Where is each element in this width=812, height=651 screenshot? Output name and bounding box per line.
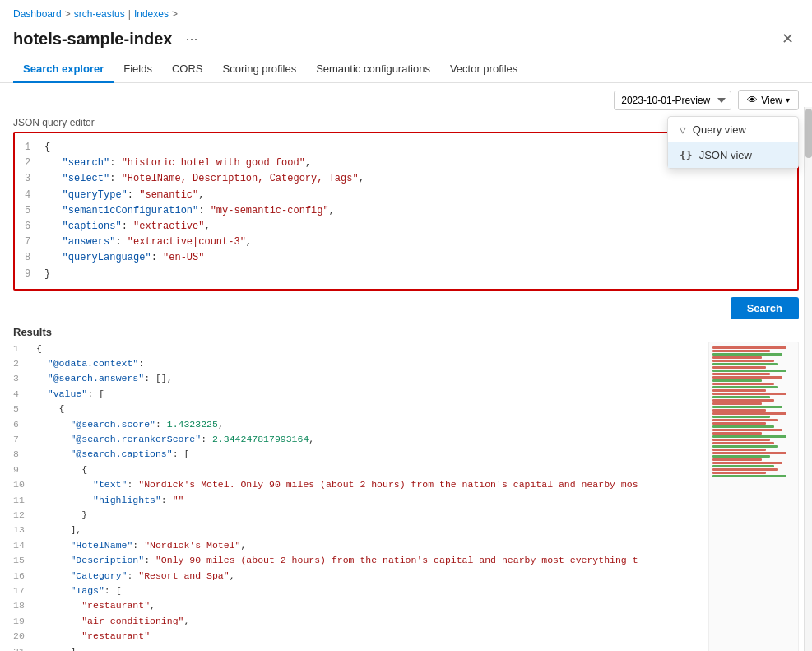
minimap-line: [712, 346, 786, 349]
minimap-line: [712, 393, 786, 395]
breadcrumb-sep2: |: [128, 8, 131, 20]
version-select[interactable]: 2023-10-01-Preview: [614, 91, 731, 110]
minimap-line: [712, 452, 786, 454]
scrollbar[interactable]: [804, 107, 812, 651]
result-line-15: 15 "Description": "Only 90 miles (about …: [13, 553, 702, 568]
result-line-7: 7 "@search.rerankerScore": 2.34424781799…: [13, 432, 702, 447]
editor-line-8: 8 "queryLanguage": "en-US": [25, 250, 787, 266]
close-button[interactable]: ✕: [777, 28, 799, 49]
search-btn-row: Search: [0, 297, 812, 326]
scrollbar-thumb[interactable]: [805, 109, 812, 158]
minimap-line: [712, 445, 778, 448]
dropdown-item-query-view[interactable]: ▽ Query view: [668, 117, 798, 142]
minimap-line: [712, 409, 766, 412]
minimap-line: [712, 389, 766, 392]
breadcrumb-indexes[interactable]: Indexes: [134, 8, 169, 20]
minimap-line: [712, 439, 770, 441]
tab-bar: Search explorer Fields CORS Scoring prof…: [0, 56, 812, 83]
minimap-line: [712, 416, 770, 418]
minimap-line: [712, 356, 762, 359]
tab-search-explorer[interactable]: Search explorer: [13, 56, 114, 83]
editor-line-5: 5 "semanticConfiguration": "my-semantic-…: [25, 203, 787, 219]
minimap-line: [712, 429, 782, 431]
result-line-10: 10 "text": "Nordick's Motel. Only 90 mil…: [13, 477, 702, 492]
breadcrumb-dashboard[interactable]: Dashboard: [13, 8, 62, 20]
minimap-line: [712, 353, 782, 356]
eye-icon: 👁: [747, 94, 758, 106]
results-pane: 1 { 2 "@odata.context": 3 "@search.answe…: [13, 342, 799, 651]
minimap-line: [712, 402, 762, 405]
result-line-11: 11 "highlights": "": [13, 493, 702, 508]
more-options-button[interactable]: ···: [180, 29, 202, 49]
result-line-21: 21 ]: [13, 644, 702, 652]
toolbar: 2023-10-01-Preview 👁 View ▾ ▽ Query view…: [0, 83, 812, 117]
editor-line-3: 3 "select": "HotelName, Description, Cat…: [25, 171, 787, 187]
breadcrumb-sep1: >: [65, 8, 71, 20]
minimap-line: [712, 379, 762, 382]
minimap-line: [712, 465, 774, 467]
result-line-14: 14 "HotelName": "Nordick's Motel",: [13, 538, 702, 553]
result-line-8: 8 "@search.captions": [: [13, 447, 702, 462]
result-line-5: 5 {: [13, 402, 702, 416]
minimap-line: [712, 425, 774, 428]
result-line-17: 17 "Tags": [: [13, 584, 702, 598]
minimap-line: [712, 468, 778, 471]
minimap-line: [712, 383, 774, 385]
minimap-line: [712, 366, 766, 369]
minimap-line: [712, 373, 770, 375]
minimap-line: [712, 396, 770, 398]
minimap-line: [712, 399, 774, 402]
result-line-20: 20 "restaurant": [13, 629, 702, 644]
minimap-line: [712, 376, 782, 379]
minimap-line: [712, 363, 778, 365]
minimap-line: [712, 419, 778, 421]
chevron-down-icon: ▾: [786, 95, 790, 105]
result-line-9: 9 {: [13, 463, 702, 477]
view-dropdown: ▽ Query view {} JSON view: [667, 116, 799, 169]
dropdown-item-json-view[interactable]: {} JSON view: [668, 142, 798, 168]
result-line-4: 4 "value": [: [13, 387, 702, 402]
minimap-line: [712, 350, 770, 352]
breadcrumb: Dashboard > srch-eastus | Indexes >: [0, 0, 812, 23]
result-line-1: 1 {: [13, 342, 702, 356]
tab-scoring-profiles[interactable]: Scoring profiles: [213, 56, 307, 83]
minimap-line: [712, 422, 766, 425]
minimap-line: [712, 458, 762, 461]
result-line-6: 6 "@search.score": 1.4323225,: [13, 417, 702, 432]
minimap-line: [712, 412, 786, 415]
minimap-line: [712, 386, 778, 388]
results-label: Results: [13, 326, 799, 338]
minimap-line: [712, 462, 782, 464]
page-header: hotels-sample-index ··· ✕: [0, 23, 812, 49]
tab-fields[interactable]: Fields: [114, 56, 162, 83]
search-button[interactable]: Search: [731, 297, 799, 319]
page-title: hotels-sample-index: [13, 30, 172, 49]
breadcrumb-resource[interactable]: srch-eastus: [74, 8, 125, 20]
result-line-2: 2 "@odata.context":: [13, 356, 702, 371]
minimap-line: [712, 406, 782, 408]
tab-cors[interactable]: CORS: [162, 56, 213, 83]
json-view-label: JSON view: [699, 149, 752, 161]
editor-line-9: 9 }: [25, 267, 787, 282]
minimap-content: [709, 342, 798, 481]
results-section: Results 1 { 2 "@odata.context": 3 "@sear…: [0, 326, 812, 651]
minimap-line: [712, 455, 770, 458]
result-line-18: 18 "restaurant",: [13, 598, 702, 613]
minimap-line: [712, 432, 762, 435]
results-code[interactable]: 1 { 2 "@odata.context": 3 "@search.answe…: [13, 342, 702, 651]
minimap-line: [712, 472, 766, 474]
minimap-line: [712, 435, 786, 438]
tab-semantic-configurations[interactable]: Semantic configurations: [306, 56, 440, 83]
view-label: View: [761, 95, 782, 106]
view-button[interactable]: 👁 View ▾: [738, 90, 799, 110]
result-line-12: 12 }: [13, 508, 702, 523]
minimap-line: [712, 370, 786, 372]
minimap-line: [712, 442, 774, 444]
minimap-line: [712, 360, 774, 362]
tab-vector-profiles[interactable]: Vector profiles: [440, 56, 527, 83]
minimap-line: [712, 449, 766, 451]
results-minimap: [708, 342, 799, 651]
filter-icon: ▽: [680, 123, 686, 136]
editor-line-4: 4 "queryType": "semantic",: [25, 188, 787, 203]
query-view-label: Query view: [693, 123, 746, 136]
